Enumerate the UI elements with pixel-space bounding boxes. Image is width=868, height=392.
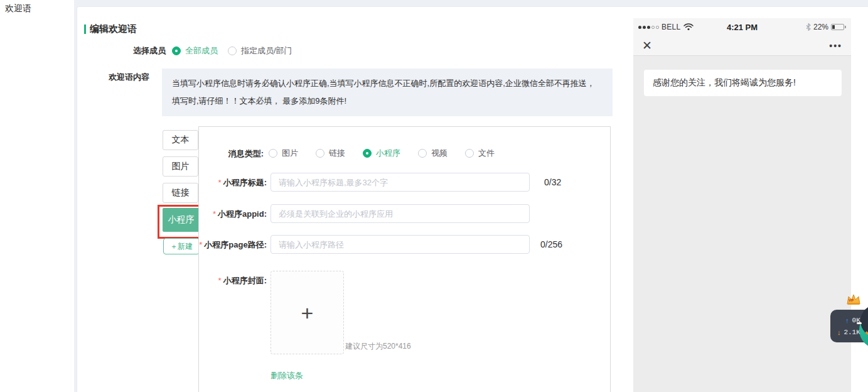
message-type-label: 消息类型: <box>215 148 264 160</box>
required-asterisk: * <box>218 178 222 187</box>
radio-type-miniprogram-label[interactable]: 小程序 <box>376 148 400 159</box>
radio-all-members[interactable] <box>172 46 181 55</box>
plus-icon: + <box>301 302 314 324</box>
battery-percent: 22% <box>813 23 828 31</box>
phone-nav-bar: ✕ ••• <box>633 36 851 56</box>
carrier-name: BELL <box>662 23 681 31</box>
vip-crown-icon: VIP <box>845 293 862 307</box>
member-select-row: 选择成员 全部成员 指定成员/部门 <box>77 45 292 57</box>
tab-image[interactable]: 图片 <box>163 156 198 177</box>
member-select-label: 选择成员 <box>77 45 166 57</box>
phone-preview: BELL 4:21 PM 22% <box>633 18 851 392</box>
radio-type-video[interactable] <box>418 149 427 158</box>
vip-label: VIP <box>849 298 854 302</box>
phone-header: BELL 4:21 PM 22% <box>633 18 851 56</box>
radio-type-file-label[interactable]: 文件 <box>478 148 495 159</box>
required-asterisk: * <box>213 209 216 219</box>
miniprogram-path-label: *小程序page路径: <box>181 239 267 251</box>
miniprogram-appid-label: *小程序appid: <box>181 209 267 220</box>
radio-type-file[interactable] <box>465 149 474 158</box>
close-icon[interactable]: ✕ <box>642 40 652 52</box>
radio-type-image-label[interactable]: 图片 <box>282 148 298 159</box>
signal-strength-icon <box>638 26 659 29</box>
gauge-needle-icon <box>857 322 862 324</box>
cover-upload-dropzone[interactable]: + <box>271 271 344 354</box>
radio-type-video-label[interactable]: 视频 <box>431 148 447 159</box>
wifi-icon <box>683 23 694 31</box>
tab-text[interactable]: 文本 <box>163 130 198 150</box>
radio-all-members-label[interactable]: 全部成员 <box>185 45 218 57</box>
radio-type-image[interactable] <box>269 149 277 158</box>
download-arrow-icon: ↓ <box>837 329 841 336</box>
title-char-counter: 0/32 <box>544 177 561 187</box>
bluetooth-icon <box>806 23 811 31</box>
welcome-content-label: 欢迎语内容 <box>90 72 149 83</box>
title-accent-bar <box>84 24 86 34</box>
upload-arrow-icon: ↑ <box>845 317 849 324</box>
cover-size-hint: 建议尺寸为520*416 <box>345 341 411 352</box>
miniprogram-path-input[interactable] <box>271 235 530 254</box>
radio-specific-members-label[interactable]: 指定成员/部门 <box>241 45 292 57</box>
path-char-counter: 0/256 <box>540 239 562 249</box>
battery-icon <box>831 24 846 30</box>
phone-status-bar: BELL 4:21 PM 22% <box>633 18 851 36</box>
warning-notice: 当填写小程序信息时请务必确认小程序正确,当填写小程序信息不正确时,所配置的欢迎语… <box>162 68 613 116</box>
page: 欢迎语 编辑欢迎语 选择成员 全部成员 指定成员/部门 欢迎语内容 当填写小程序… <box>0 0 868 392</box>
welcome-message-bubble: 感谢您的关注，我们将竭诚为您服务! <box>644 70 842 96</box>
radio-type-link-label[interactable]: 链接 <box>329 148 345 159</box>
miniprogram-title-label: *小程序标题: <box>181 177 267 188</box>
delete-entry-link[interactable]: 删除该条 <box>271 370 303 381</box>
required-asterisk: * <box>218 276 222 285</box>
miniprogram-cover-label: *小程序封面: <box>181 275 267 286</box>
radio-type-link[interactable] <box>316 149 324 158</box>
required-asterisk: * <box>199 240 202 249</box>
miniprogram-title-input[interactable] <box>271 173 530 192</box>
more-options-icon[interactable]: ••• <box>829 41 842 51</box>
miniprogram-form-panel <box>198 126 611 392</box>
radio-specific-members[interactable] <box>228 46 237 55</box>
message-type-options: 图片 链接 小程序 视频 文件 <box>269 148 495 159</box>
clock-time: 4:21 PM <box>727 23 758 32</box>
radio-type-miniprogram[interactable] <box>363 149 372 158</box>
sidebar-item-welcome-message[interactable]: 欢迎语 <box>0 0 74 14</box>
miniprogram-appid-input[interactable] <box>271 204 530 223</box>
section-title: 编辑欢迎语 <box>84 23 137 35</box>
page-title: 编辑欢迎语 <box>90 23 137 35</box>
sidebar: 欢迎语 <box>0 0 74 392</box>
main-panel: 编辑欢迎语 选择成员 全部成员 指定成员/部门 欢迎语内容 当填写小程序信息时请… <box>77 6 868 392</box>
